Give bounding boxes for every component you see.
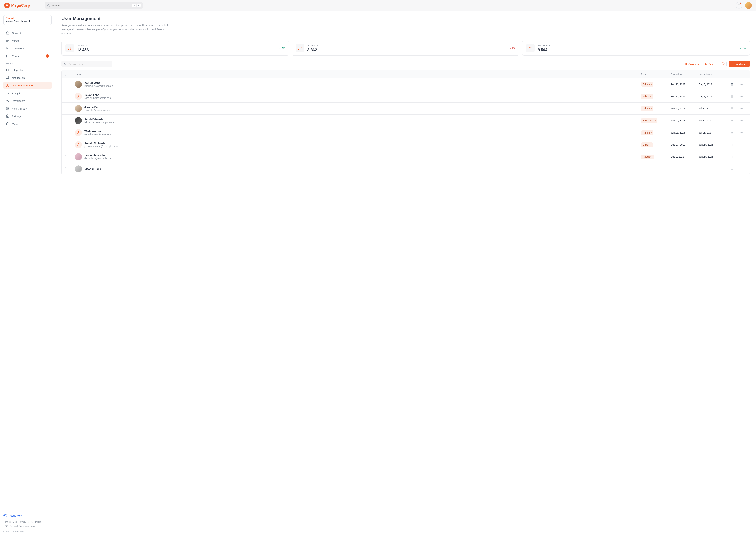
footer-link[interactable]: Imprint xyxy=(35,520,42,523)
row-checkbox[interactable] xyxy=(65,95,68,98)
role-chip[interactable]: Editor▾ xyxy=(641,94,653,99)
sort-down-icon: ↓ xyxy=(711,73,712,76)
reader-view-label: Reader view xyxy=(9,514,22,517)
delete-button[interactable] xyxy=(727,143,737,146)
brand-logo[interactable]: M MegaCorp xyxy=(4,3,30,8)
role-chip[interactable]: Reader▾ xyxy=(641,154,654,159)
role-chip[interactable]: Admin▾ xyxy=(641,82,653,87)
svg-line-28 xyxy=(66,64,66,65)
topbar: M MegaCorp ⌘ F xyxy=(0,0,756,11)
row-checkbox[interactable] xyxy=(65,167,68,170)
filter-button[interactable]: Filter xyxy=(701,61,718,67)
stat-value: 12 456 xyxy=(77,48,89,52)
row-menu-button[interactable] xyxy=(737,119,746,122)
stat-change: ↗ 2% xyxy=(740,47,746,50)
row-menu-button[interactable] xyxy=(737,167,746,170)
stat-card: Total users12 456 ↗ 5% xyxy=(62,41,289,56)
download-button[interactable] xyxy=(720,61,727,67)
delete-button[interactable] xyxy=(727,95,737,98)
add-user-button[interactable]: Add user xyxy=(729,61,750,67)
sidebar-item-chats[interactable]: Chats2 xyxy=(4,52,52,60)
role-chip[interactable]: Admin▾ xyxy=(641,130,653,135)
delete-button[interactable] xyxy=(727,155,737,158)
sidebar-item-developers[interactable]: Developers xyxy=(4,97,52,104)
svg-point-55 xyxy=(741,108,742,109)
chevron-down-icon: ▾ xyxy=(651,132,652,134)
sidebar-item-mixes[interactable]: Mixes xyxy=(4,37,52,44)
svg-point-36 xyxy=(706,64,707,64)
svg-point-50 xyxy=(741,96,742,97)
footer-link[interactable]: Terms of Use xyxy=(4,520,17,523)
sidebar-item-label: Media library xyxy=(12,107,27,110)
svg-point-77 xyxy=(741,157,742,157)
row-checkbox[interactable] xyxy=(65,83,68,86)
header-role[interactable]: Role xyxy=(641,73,671,76)
delete-button[interactable] xyxy=(727,107,737,110)
footer-link[interactable]: General Questions xyxy=(10,525,29,527)
last-active: Jun 27, 2024 xyxy=(699,155,727,158)
columns-button[interactable]: Columns xyxy=(683,61,699,67)
sidebar-item-user-management[interactable]: User Management xyxy=(4,82,52,89)
global-search-input[interactable] xyxy=(52,4,132,7)
channel-label: Channel xyxy=(6,17,49,20)
row-checkbox[interactable] xyxy=(65,119,68,122)
svg-point-27 xyxy=(64,63,66,65)
row-checkbox[interactable] xyxy=(65,155,68,158)
user-name: Devon Lane xyxy=(84,94,111,97)
channel-selector[interactable]: Channel News feed channel xyxy=(4,15,52,25)
user-name: Ronald Richards xyxy=(84,142,118,145)
search-users[interactable] xyxy=(62,61,112,67)
header-name[interactable]: Name xyxy=(75,73,641,76)
row-checkbox[interactable] xyxy=(65,143,68,146)
search-icon xyxy=(64,62,67,65)
role-chip[interactable]: Editor▾ xyxy=(641,143,653,147)
role-chip[interactable]: Editor lim.▾ xyxy=(641,118,657,123)
stat-label: Inactive users xyxy=(538,44,552,47)
search-users-input[interactable] xyxy=(69,62,110,65)
chevron-down-icon: ▾ xyxy=(650,144,651,146)
delete-button[interactable] xyxy=(727,167,737,170)
delete-button[interactable] xyxy=(727,83,737,86)
delete-button[interactable] xyxy=(727,131,737,134)
row-menu-button[interactable] xyxy=(737,95,746,98)
row-menu-button[interactable] xyxy=(737,155,746,158)
row-menu-button[interactable] xyxy=(737,131,746,134)
users-table: Name Role Date added Last active ↓ Konra… xyxy=(62,70,750,175)
sidebar-item-more[interactable]: More xyxy=(4,120,52,128)
footer-link[interactable]: FAQ xyxy=(4,525,8,527)
svg-point-45 xyxy=(742,84,743,85)
sidebar-item-integration[interactable]: Integration xyxy=(4,66,52,74)
row-checkbox[interactable] xyxy=(65,131,68,134)
row-menu-button[interactable] xyxy=(737,143,746,146)
sidebar-item-analytics[interactable]: Analytics xyxy=(4,89,52,97)
sidebar-item-notification[interactable]: Notification xyxy=(4,74,52,82)
user-email: tanya.hill@example.com xyxy=(84,109,111,111)
sidebar-item-media-library[interactable]: Media library xyxy=(4,104,52,112)
row-menu-button[interactable] xyxy=(737,83,746,86)
svg-point-62 xyxy=(78,131,79,133)
row-checkbox[interactable] xyxy=(65,107,68,110)
sidebar-item-comments[interactable]: Comments xyxy=(4,44,52,52)
chevron-down-icon: ▾ xyxy=(650,96,651,98)
delete-button[interactable] xyxy=(727,119,737,122)
role-chip[interactable]: Admin▾ xyxy=(641,106,653,111)
reader-view-toggle[interactable]: Reader view xyxy=(4,514,52,517)
svg-point-81 xyxy=(740,169,741,169)
global-search[interactable]: ⌘ F xyxy=(45,2,143,9)
user-avatar[interactable] xyxy=(745,2,752,9)
user-name: Leslie Alexander xyxy=(84,154,112,157)
notifications-button[interactable] xyxy=(736,2,742,9)
sidebar-item-settings[interactable]: Settings xyxy=(4,112,52,120)
notification-dot xyxy=(740,3,741,4)
sidebar-item-content[interactable]: Content xyxy=(4,29,52,37)
footer-link[interactable]: Privacy Policy xyxy=(19,520,33,523)
header-date-added[interactable]: Date added xyxy=(671,73,699,76)
header-last-active[interactable]: Last active ↓ xyxy=(699,73,727,76)
toggle-icon xyxy=(4,515,7,517)
user-name: Eleanor Pena xyxy=(84,167,101,170)
row-menu-button[interactable] xyxy=(737,107,746,110)
select-all-checkbox[interactable] xyxy=(65,73,68,76)
user-email: konrrad_45jenz@clapp.de xyxy=(84,85,113,87)
notification-icon xyxy=(6,76,10,79)
footer-link[interactable]: More ▾ xyxy=(30,525,39,527)
